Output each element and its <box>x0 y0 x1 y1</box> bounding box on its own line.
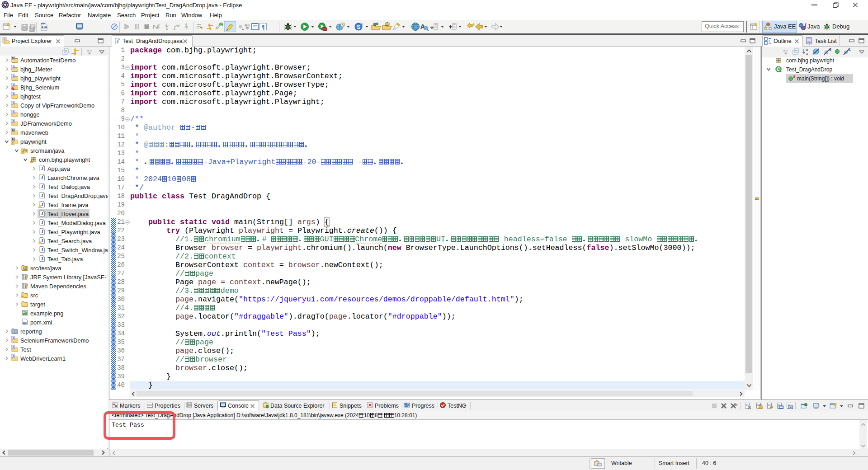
svg-text:C: C <box>220 23 222 26</box>
svg-text:J: J <box>12 120 14 123</box>
svg-text:¶: ¶ <box>262 24 264 30</box>
svg-text:M: M <box>12 56 14 60</box>
svg-text:J: J <box>12 75 14 78</box>
svg-text:J: J <box>12 93 14 96</box>
svg-text:z: z <box>806 52 808 56</box>
svg-text:J: J <box>12 84 14 87</box>
svg-text:J: J <box>12 111 14 114</box>
svg-text:J: J <box>41 193 43 198</box>
svg-text:M: M <box>24 322 26 324</box>
svg-text:J: J <box>12 102 14 105</box>
svg-text:M: M <box>12 128 14 132</box>
svg-text:J: J <box>41 247 43 252</box>
svg-text:S: S <box>357 24 360 30</box>
svg-text:J: J <box>12 346 14 349</box>
svg-text:S: S <box>793 75 796 79</box>
svg-text:J: J <box>804 23 807 28</box>
svg-text:J: J <box>41 202 43 207</box>
svg-text:J: J <box>41 220 43 225</box>
svg-text:J: J <box>41 238 43 243</box>
svg-text:J: J <box>12 355 14 358</box>
svg-text:J: J <box>12 66 14 69</box>
svg-text:J: J <box>41 175 43 180</box>
svg-text:PNG: PNG <box>23 310 28 313</box>
svg-text:J: J <box>41 211 43 216</box>
svg-text:J: J <box>117 39 119 44</box>
svg-text:J: J <box>41 256 43 261</box>
svg-text:J: J <box>12 337 14 340</box>
svg-text:J: J <box>41 166 43 171</box>
svg-text:J: J <box>41 184 43 189</box>
svg-text:M: M <box>12 137 14 141</box>
svg-text:J: J <box>41 229 43 234</box>
svg-text:010: 010 <box>42 26 47 29</box>
